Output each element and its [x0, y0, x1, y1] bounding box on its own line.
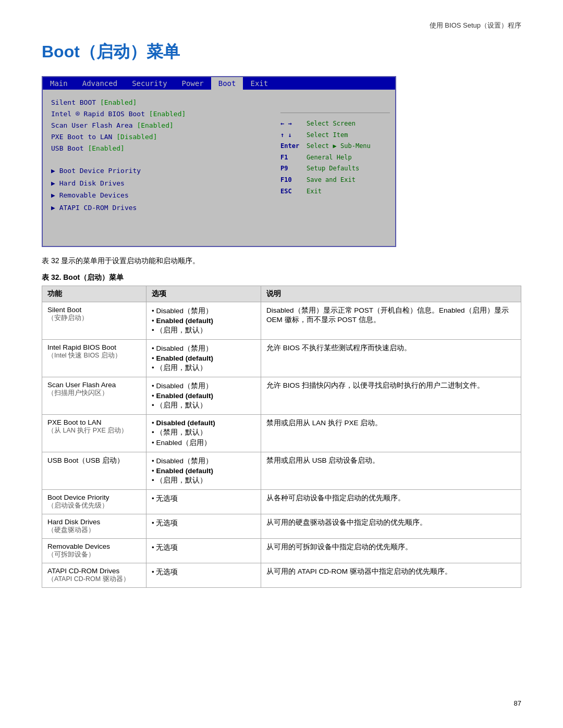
bios-subitems-block: Boot Device PriorityHard Disk DrivesRemo… [51, 165, 267, 214]
table-cell-options: 无选项 [146, 563, 261, 588]
table-body: Silent Boot（安静启动）Disabled（禁用）Enabled (de… [42, 302, 521, 588]
table-cell-func: Intel Rapid BIOS Boot（Intel 快速 BIOS 启动） [42, 340, 146, 377]
table-cell-func: Boot Device Priority（启动设备优先级） [42, 490, 146, 514]
col-func: 功能 [42, 286, 146, 302]
bios-menu-security[interactable]: Security [125, 77, 174, 90]
option-item: 无选项 [152, 542, 255, 553]
option-item: Enabled (default) [152, 316, 255, 325]
bios-left-panel: Silent BOOT [Enabled]Intel ® Rapid BIOS … [43, 90, 275, 246]
table-cell-options: 无选项 [146, 490, 261, 514]
bios-help-row: ESCExit [280, 186, 390, 198]
option-item: Enabled（启用） [152, 438, 255, 448]
bios-menu-advanced[interactable]: Advanced [75, 77, 125, 90]
table-cell-desc: 从可用的硬盘驱动器设备中指定启动的优先顺序。 [261, 514, 521, 539]
bios-help-row: EnterSelect ▶ Sub-Menu [280, 141, 390, 152]
option-item: Disabled（禁用） [152, 456, 255, 466]
bios-menu-exit[interactable]: Exit [243, 77, 275, 90]
bios-help-row: ← →Select Screen [280, 118, 390, 130]
bios-help-row: F1General Help [280, 152, 390, 164]
bios-subitem[interactable]: Removable Devices [51, 189, 267, 201]
table-cell-func: Hard Disk Drives（硬盘驱动器） [42, 514, 146, 539]
table-row: Silent Boot（安静启动）Disabled（禁用）Enabled (de… [42, 302, 521, 340]
table-cell-desc: 从可用的可拆卸设备中指定启动的优先顺序。 [261, 539, 521, 563]
bios-entry: USB Boot [Enabled] [51, 143, 267, 154]
option-item: （启用，默认） [152, 325, 255, 336]
table-row: Hard Disk Drives（硬盘驱动器）无选项从可用的硬盘驱动器设备中指定… [42, 514, 521, 539]
table-cell-options: Disabled（禁用）Enabled (default)（启用，默认） [146, 452, 261, 490]
bios-entry: Silent BOOT [Enabled] [51, 97, 267, 108]
page-title: Boot（启动）菜单 [42, 41, 521, 64]
option-item: 无选项 [152, 567, 255, 577]
bios-entry: Intel ® Rapid BIOS Boot [Enabled] [51, 108, 267, 120]
option-item: （禁用，默认） [152, 427, 255, 438]
bios-entries-block: Silent BOOT [Enabled]Intel ® Rapid BIOS … [51, 97, 267, 154]
top-right-label: 使用 BIOS Setup（设置）程序 [42, 21, 521, 30]
page-number: 87 [514, 699, 521, 707]
section-description: 表 32 显示的菜单用于设置启动功能和启动顺序。 [42, 256, 521, 266]
bios-help-block: ← →Select Screen↑ ↓Select ItemEnterSelec… [280, 113, 390, 197]
table-row: ATAPI CD-ROM Drives（ATAPI CD-ROM 驱动器）无选项… [42, 563, 521, 588]
col-opt: 选项 [146, 286, 261, 302]
table-cell-options: 无选项 [146, 514, 261, 539]
table-cell-desc: 禁用或启用从 LAN 执行 PXE 启动。 [261, 415, 521, 452]
table-cell-func: PXE Boot to LAN（从 LAN 执行 PXE 启动） [42, 415, 146, 452]
option-item: （启用，默认） [152, 475, 255, 486]
table-title: 表 32. Boot（启动）菜单 [42, 273, 521, 282]
bios-entry: Scan User Flash Area [Enabled] [51, 120, 267, 131]
bios-menu-power[interactable]: Power [175, 77, 211, 90]
table-cell-func: Removable Devices（可拆卸设备） [42, 539, 146, 563]
bios-subitem[interactable]: Boot Device Priority [51, 165, 267, 177]
table-row: PXE Boot to LAN（从 LAN 执行 PXE 启动）Disabled… [42, 415, 521, 452]
table-cell-desc: 从各种可启动设备中指定启动的优先顺序。 [261, 490, 521, 514]
table-cell-desc: 允许 BIOS 不执行某些测试程序而快速启动。 [261, 340, 521, 377]
option-item: Disabled（禁用） [152, 306, 255, 316]
option-item: Disabled (default) [152, 418, 255, 427]
option-item: Enabled (default) [152, 354, 255, 363]
bios-subitem[interactable]: Hard Disk Drives [51, 177, 267, 189]
table-cell-desc: 从可用的 ATAPI CD-ROM 驱动器中指定启动的优先顺序。 [261, 563, 521, 588]
bios-subitem[interactable]: ATAPI CD-ROM Drives [51, 202, 267, 214]
bios-right-panel: ← →Select Screen↑ ↓Select ItemEnterSelec… [275, 90, 395, 246]
table-cell-func: Scan User Flash Area（扫描用户快闪区） [42, 377, 146, 415]
bios-help-row: P9Setup Defaults [280, 163, 390, 175]
table-cell-options: Disabled（禁用）Enabled (default)（启用，默认） [146, 302, 261, 340]
option-item: （启用，默认） [152, 400, 255, 411]
table-cell-options: 无选项 [146, 539, 261, 563]
table-header: 功能 选项 说明 [42, 286, 521, 302]
boot-table: 功能 选项 说明 Silent Boot（安静启动）Disabled（禁用）En… [42, 286, 521, 588]
table-cell-options: Disabled (default)（禁用，默认）Enabled（启用） [146, 415, 261, 452]
table-cell-func: Silent Boot（安静启动） [42, 302, 146, 340]
bios-entry: PXE Boot to LAN [Disabled] [51, 131, 267, 143]
table-row: USB Boot（USB 启动）Disabled（禁用）Enabled (def… [42, 452, 521, 490]
option-item: Disabled（禁用） [152, 343, 255, 354]
table-row: Intel Rapid BIOS Boot（Intel 快速 BIOS 启动）D… [42, 340, 521, 377]
bios-menu-main[interactable]: Main [43, 77, 75, 90]
option-item: 无选项 [152, 518, 255, 528]
table-row: Boot Device Priority（启动设备优先级）无选项从各种可启动设备… [42, 490, 521, 514]
table-row: Removable Devices（可拆卸设备）无选项从可用的可拆卸设备中指定启… [42, 539, 521, 563]
table-cell-options: Disabled（禁用）Enabled (default)（启用，默认） [146, 377, 261, 415]
table-cell-func: USB Boot（USB 启动） [42, 452, 146, 490]
bios-help-row: F10Save and Exit [280, 175, 390, 186]
table-cell-desc: Disabled（禁用）显示正常 POST（开机自检）信息。Enabled（启用… [261, 302, 521, 340]
option-item: 无选项 [152, 493, 255, 504]
table-cell-options: Disabled（禁用）Enabled (default)（启用，默认） [146, 340, 261, 377]
bios-ui-box: MainAdvancedSecurityPowerBootExit Silent… [42, 76, 396, 247]
bios-help-row: ↑ ↓Select Item [280, 130, 390, 141]
option-item: （启用，默认） [152, 363, 255, 373]
bios-menu-boot[interactable]: Boot [211, 77, 243, 90]
col-desc: 说明 [261, 286, 521, 302]
bios-menubar: MainAdvancedSecurityPowerBootExit [43, 77, 395, 90]
option-item: Disabled（禁用） [152, 381, 255, 391]
option-item: Enabled (default) [152, 391, 255, 400]
table-cell-func: ATAPI CD-ROM Drives（ATAPI CD-ROM 驱动器） [42, 563, 146, 588]
option-item: Enabled (default) [152, 466, 255, 475]
bios-content: Silent BOOT [Enabled]Intel ® Rapid BIOS … [43, 90, 395, 246]
table-row: Scan User Flash Area（扫描用户快闪区）Disabled（禁用… [42, 377, 521, 415]
table-cell-desc: 允许 BIOS 扫描快闪内存，以便寻找启动时执行的用户二进制文件。 [261, 377, 521, 415]
table-cell-desc: 禁用或启用从 USB 启动设备启动。 [261, 452, 521, 490]
